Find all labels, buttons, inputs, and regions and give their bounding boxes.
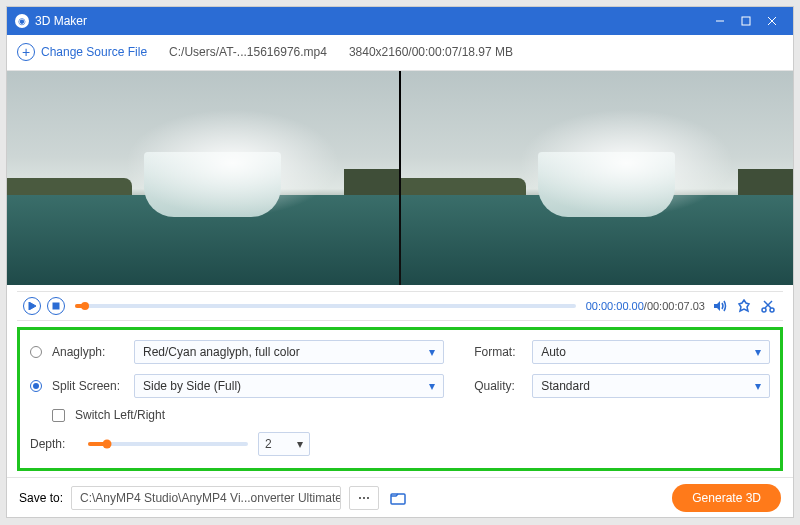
svg-point-7 [762,308,766,312]
chevron-down-icon: ▾ [297,437,303,451]
save-to-label: Save to: [19,491,63,505]
preview-right-pane [401,71,793,286]
switch-lr-label: Switch Left/Right [75,408,165,422]
plus-icon: + [17,43,35,61]
anaglyph-label: Anaglyph: [52,345,124,359]
window-title: 3D Maker [35,14,87,28]
depth-label: Depth: [30,437,78,451]
depth-slider[interactable] [88,442,248,446]
anaglyph-select[interactable]: Red/Cyan anaglyph, full color▾ [134,340,444,364]
video-preview [7,71,793,286]
svg-point-8 [770,308,774,312]
close-button[interactable] [759,11,785,31]
snapshot-icon[interactable] [735,297,753,315]
source-file-meta: 3840x2160/00:00:07/18.97 MB [349,45,513,59]
maximize-button[interactable] [733,11,759,31]
playback-time: 00:00:00.00/00:00:07.03 [586,300,705,312]
open-folder-icon[interactable] [387,487,409,509]
svg-marker-4 [29,302,36,310]
volume-icon[interactable] [711,297,729,315]
quality-select[interactable]: Standard▾ [532,374,770,398]
minimize-button[interactable] [707,11,733,31]
play-button[interactable] [23,297,41,315]
bottom-bar: Save to: C:\AnyMP4 Studio\AnyMP4 Vi...on… [7,477,793,517]
change-source-label: Change Source File [41,45,147,59]
format-label: Format: [474,345,522,359]
change-source-button[interactable]: + Change Source File [17,43,147,61]
title-bar: ◉ 3D Maker [7,7,793,35]
generate-3d-button[interactable]: Generate 3D [672,484,781,512]
chevron-down-icon: ▾ [755,379,761,393]
chevron-down-icon: ▾ [429,379,435,393]
source-file-path: C:/Users/AT-...15616976.mp4 [169,45,327,59]
player-controls: 00:00:00.00/00:00:07.03 [17,291,783,321]
stop-button[interactable] [47,297,65,315]
svg-marker-6 [714,301,720,311]
chevron-down-icon: ▾ [755,345,761,359]
preview-left-pane [7,71,399,286]
split-screen-label: Split Screen: [52,379,124,393]
app-window: ◉ 3D Maker + Change Source File C:/Users… [6,6,794,518]
switch-lr-checkbox[interactable] [52,409,65,422]
anaglyph-radio[interactable] [30,346,42,358]
top-toolbar: + Change Source File C:/Users/AT-...1561… [7,35,793,71]
browse-button[interactable]: ⋯ [349,486,379,510]
quality-label: Quality: [474,379,522,393]
settings-panel: Anaglyph: Red/Cyan anaglyph, full color▾… [17,327,783,471]
depth-value-select[interactable]: 2▾ [258,432,310,456]
seek-bar[interactable] [75,304,576,308]
split-screen-select[interactable]: Side by Side (Full)▾ [134,374,444,398]
format-select[interactable]: Auto▾ [532,340,770,364]
cut-icon[interactable] [759,297,777,315]
svg-rect-5 [53,303,59,309]
svg-rect-1 [742,17,750,25]
save-path-field[interactable]: C:\AnyMP4 Studio\AnyMP4 Vi...onverter Ul… [71,486,341,510]
app-icon: ◉ [15,14,29,28]
split-screen-radio[interactable] [30,380,42,392]
chevron-down-icon: ▾ [429,345,435,359]
